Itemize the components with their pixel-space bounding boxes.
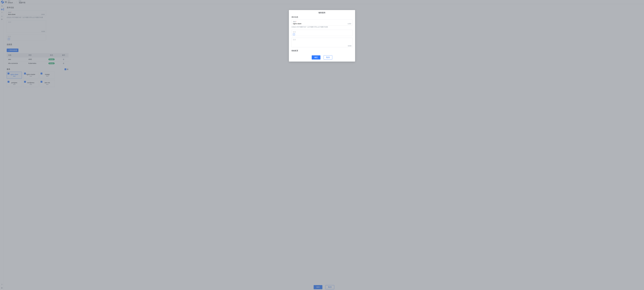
modal-mask[interactable] — [0, 0, 644, 4]
